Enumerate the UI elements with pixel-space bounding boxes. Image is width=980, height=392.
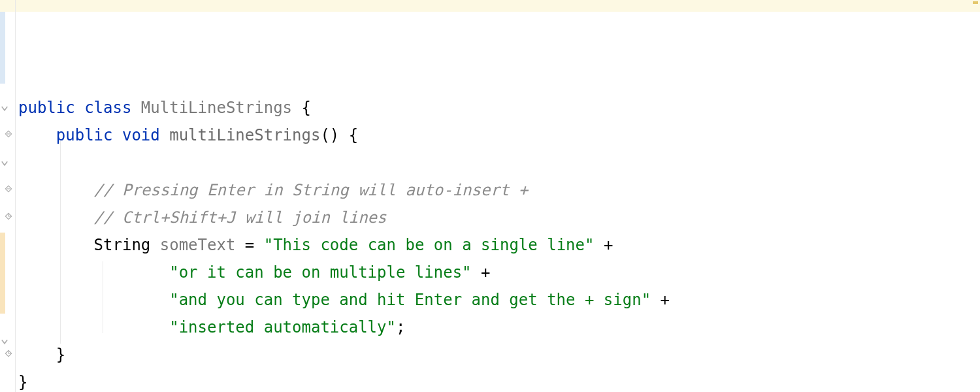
fold-arrow-icon[interactable] [0,104,9,113]
fold-toggle-icon[interactable] [4,184,13,193]
keyword-public: public [56,126,113,144]
code-area[interactable]: public class MultiLineStrings { public v… [16,0,980,392]
fold-arrow-icon[interactable] [0,159,9,168]
code-line-class-decl: public class MultiLineStrings { [16,94,980,122]
gutter-change-marker-blue [0,12,5,84]
blank-line [16,0,980,12]
code-line-brace-close: } [16,368,980,392]
brace-open: { [302,99,311,117]
code-line-brace-close: } [16,341,980,368]
keyword-void: void [122,126,160,144]
code-line-var-decl: String someText = "This code can be on a… [16,231,980,259]
code-line-string-concat: "and you can type and hit Enter and get … [16,286,980,314]
string-literal: "This code can be on a single line" [264,236,595,254]
brace-close: } [56,346,65,364]
brace-open: { [349,126,358,144]
fold-end-icon[interactable] [4,212,13,221]
code-line-string-concat: "or it can be on multiple lines" + [16,259,980,286]
blank-line [16,67,980,94]
parens: () [320,126,339,144]
code-editor[interactable]: public class MultiLineStrings { public v… [16,0,980,392]
code-line-string-end: "inserted automatically"; [16,314,980,341]
keyword-class: class [84,99,131,117]
comment-text: // Ctrl+Shift+J will join lines [94,208,387,227]
var-name: someText [160,236,236,254]
comment-text: // Pressing Enter in String will auto-in… [94,181,529,199]
method-name: multiLineStrings [169,126,320,144]
scrollbar-warning-tick[interactable] [973,1,978,4]
scrollbar-track[interactable] [971,0,980,392]
keyword-public: public [18,99,75,117]
semicolon: ; [396,318,405,336]
fold-toggle-icon[interactable] [4,129,13,139]
fold-end-icon[interactable] [4,349,13,358]
brace-close: } [18,373,27,391]
editor-gutter [0,0,16,392]
gutter-highlight [0,0,15,12]
plus-op: + [481,263,490,282]
fold-arrow-icon[interactable] [0,337,9,346]
gutter-change-marker-yellow [0,233,5,314]
string-literal: "inserted automatically" [169,318,396,336]
blank-line [16,12,980,39]
plus-op: + [661,291,670,309]
blank-line [16,39,980,67]
string-literal: "and you can type and hit Enter and get … [169,291,651,309]
equals: = [245,236,254,254]
code-line-comment: // Pressing Enter in String will auto-in… [16,176,980,204]
code-line-comment: // Ctrl+Shift+J will join lines [16,204,980,231]
class-name: MultiLineStrings [141,99,292,117]
type-string: String [94,236,151,254]
code-line-method-decl: public void multiLineStrings() { [16,122,980,149]
plus-op: + [604,236,613,254]
blank-line [16,149,980,176]
string-literal: "or it can be on multiple lines" [169,263,471,282]
